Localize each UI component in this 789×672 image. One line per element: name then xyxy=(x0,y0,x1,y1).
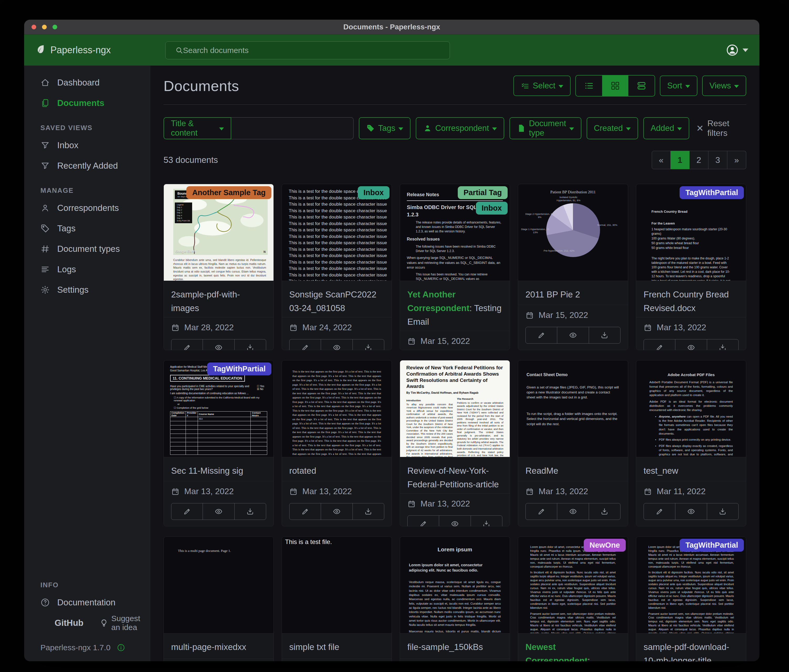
document-thumbnail[interactable]: Lorem ipsumLorem ipsum dolor sit amet, c… xyxy=(400,537,510,634)
view-mode-detail-button[interactable] xyxy=(628,76,655,96)
edit-document-button[interactable] xyxy=(289,503,321,520)
view-mode-list-button[interactable] xyxy=(576,76,602,96)
document-thumbnail[interactable]: Patient BP Distribution 2011Normal, 151,… xyxy=(518,184,628,281)
document-title-link[interactable]: Yet Another Correspondent: Testing Email xyxy=(400,281,510,331)
filter-button-label: Created xyxy=(594,124,623,133)
correspondent-filter-button[interactable]: Correspondent xyxy=(416,117,504,139)
download-document-button[interactable] xyxy=(353,339,384,350)
edit-document-button[interactable] xyxy=(171,503,203,520)
document-thumbnail[interactable]: Contact Sheet DemoGiven a set of image f… xyxy=(518,360,628,457)
document-thumbnail[interactable]: This is a multi page document. Page 1. xyxy=(164,537,273,634)
pagination-next[interactable]: » xyxy=(727,151,746,169)
sidebar-item-tags[interactable]: Tags xyxy=(24,218,150,239)
correspondent-link[interactable]: Yet Another Correspondent xyxy=(407,290,470,313)
tag-list: Partial TagInbox xyxy=(458,186,508,215)
sidebar-item-suggest-idea[interactable]: Suggest an idea xyxy=(100,614,150,632)
sidebar-item-settings[interactable]: Settings xyxy=(24,280,150,300)
tag-chip[interactable]: NewOne xyxy=(584,539,626,552)
pencil-icon xyxy=(537,507,546,516)
pagination-page-1[interactable]: 1 xyxy=(671,151,690,169)
pagination-page-2[interactable]: 2 xyxy=(690,151,708,169)
view-document-button[interactable] xyxy=(557,503,588,520)
edit-document-button[interactable] xyxy=(407,516,439,526)
sidebar-item-document-types[interactable]: Document types xyxy=(24,239,150,259)
view-document-button[interactable] xyxy=(321,503,352,520)
sidebar-item-logs[interactable]: Logs xyxy=(24,259,150,280)
document-title-link[interactable]: simple txt file xyxy=(282,634,391,659)
info-circle-icon[interactable] xyxy=(117,643,125,652)
pagination-prev[interactable]: « xyxy=(652,151,671,169)
tag-chip[interactable]: TagWithPartial xyxy=(680,186,744,199)
pagination-page-3[interactable]: 3 xyxy=(708,151,727,169)
document-thumbnail[interactable]: Review of New York Federal Petitions for… xyxy=(400,360,510,457)
sidebar-item-dashboard[interactable]: Dashboard xyxy=(24,72,150,93)
download-document-button[interactable] xyxy=(707,339,738,350)
tag-chip[interactable]: TagWithPartial xyxy=(207,363,272,375)
sidebar-item-documents[interactable]: Documents xyxy=(24,93,150,113)
download-document-button[interactable] xyxy=(235,339,266,350)
document-title-link[interactable]: ReadMe xyxy=(518,457,628,481)
tag-chip[interactable]: Inbox xyxy=(358,186,390,199)
view-document-button[interactable] xyxy=(675,339,707,350)
user-menu[interactable] xyxy=(726,35,748,65)
download-document-button[interactable] xyxy=(235,503,266,520)
tag-chip[interactable]: Inbox xyxy=(476,202,508,215)
document-title-link[interactable]: multi-page-mixedxx xyxy=(164,634,273,659)
download-document-button[interactable] xyxy=(707,503,738,520)
document-card: Lorem ipsum dolor sit amet, consectetur … xyxy=(636,537,746,661)
sidebar-item-github[interactable]: GitHub xyxy=(54,618,83,628)
select-dropdown-button[interactable]: Select xyxy=(513,76,571,96)
document-title-link[interactable]: sample-pdf-download-10-mb-longer-title xyxy=(636,634,746,661)
sidebar-item-recently-added[interactable]: Recently Added xyxy=(24,156,150,176)
document-thumbnail[interactable]: This is the text that appears on the fir… xyxy=(282,360,391,457)
correspondent-link[interactable]: Newest Correspondent xyxy=(525,642,588,661)
download-document-button[interactable] xyxy=(353,503,384,520)
document-title-link[interactable]: 2011 BP Pie 2 xyxy=(518,281,628,305)
document-title-link[interactable]: file-sample_150kBs xyxy=(400,634,510,659)
view-mode-grid-button[interactable] xyxy=(602,76,628,96)
edit-document-button[interactable] xyxy=(644,339,675,350)
document-title-link[interactable]: test_new xyxy=(636,457,746,481)
created-filter-button[interactable]: Created xyxy=(587,117,638,139)
view-document-button[interactable] xyxy=(557,327,588,343)
sidebar-item-inbox[interactable]: Inbox xyxy=(24,135,150,156)
title-content-filter-input[interactable] xyxy=(231,117,353,139)
document-title-link[interactable]: Newest Correspondent: f_combineds xyxy=(518,634,628,661)
tags-filter-button[interactable]: Tags xyxy=(359,117,410,139)
document-title-link[interactable]: rotated xyxy=(282,457,391,481)
view-document-button[interactable] xyxy=(675,503,707,520)
tag-chip[interactable]: TagWithPartial xyxy=(680,539,744,552)
view-document-button[interactable] xyxy=(203,503,234,520)
title-content-dropdown-button[interactable]: Title & content xyxy=(163,117,231,139)
sidebar-item-correspondents[interactable]: Correspondents xyxy=(24,198,150,218)
document-thumbnail[interactable]: Adobe Acrobat PDF FilesAdobe® Portable D… xyxy=(636,360,746,457)
edit-document-button[interactable] xyxy=(644,503,675,520)
search-input[interactable] xyxy=(182,46,450,55)
view-document-button[interactable] xyxy=(439,516,470,526)
download-document-button[interactable] xyxy=(589,503,620,520)
reset-filters-button[interactable]: ✕ Reset filters xyxy=(696,119,746,138)
document-type-filter-button[interactable]: Document type xyxy=(509,117,581,139)
views-dropdown-button[interactable]: Views xyxy=(702,76,746,96)
download-document-button[interactable] xyxy=(589,327,620,343)
download-document-button[interactable] xyxy=(471,516,502,526)
tag-chip[interactable]: Partial Tag xyxy=(458,186,508,199)
sidebar-item-documentation[interactable]: Documentation xyxy=(24,592,150,613)
view-document-button[interactable] xyxy=(321,339,352,350)
app-brand[interactable]: Paperless-ngx xyxy=(35,43,111,57)
document-title-link[interactable]: French Country Bread Revised.docx xyxy=(636,281,746,317)
document-thumbnail[interactable]: This is a test file. xyxy=(282,537,391,634)
added-filter-button[interactable]: Added xyxy=(643,117,690,139)
edit-document-button[interactable] xyxy=(289,339,321,350)
edit-document-button[interactable] xyxy=(526,503,557,520)
edit-document-button[interactable] xyxy=(171,339,203,350)
thumbnail-text: This is a test for the double space char… xyxy=(289,259,385,266)
view-document-button[interactable] xyxy=(203,339,234,350)
document-title-link[interactable]: Sonstige ScanPC2022 03-24_081058 xyxy=(282,281,391,317)
document-title-link[interactable]: Sec 11-Missing sig xyxy=(164,457,273,481)
sort-dropdown-button[interactable]: Sort xyxy=(660,76,697,96)
document-title-link[interactable]: 2sample-pdf-with-images xyxy=(164,281,273,317)
document-title-link[interactable]: Review-of-New-York-Federal-Petitions-art… xyxy=(400,457,510,494)
tag-chip[interactable]: Another Sample Tag xyxy=(186,186,272,199)
edit-document-button[interactable] xyxy=(526,327,557,343)
